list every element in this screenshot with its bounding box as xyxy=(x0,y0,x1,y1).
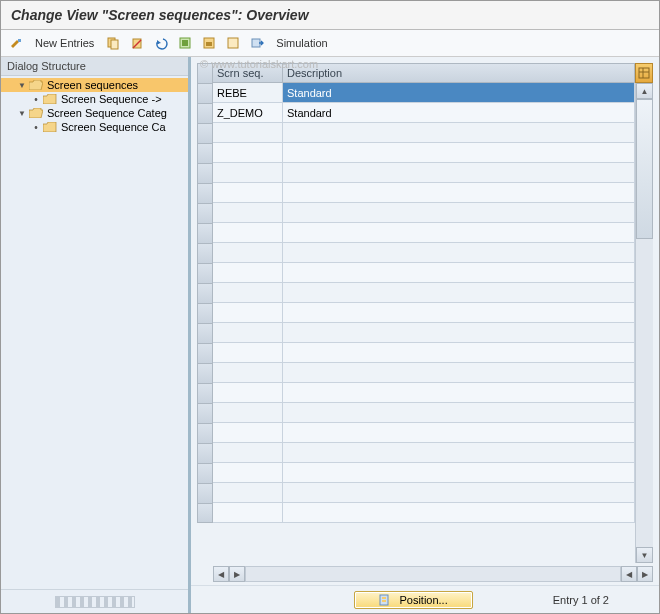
table-cell[interactable] xyxy=(213,383,283,403)
table-cell[interactable] xyxy=(283,183,635,203)
new-entries-button[interactable]: New Entries xyxy=(31,37,98,49)
delete-icon[interactable] xyxy=(128,34,146,52)
row-header[interactable] xyxy=(197,503,213,523)
table-row[interactable] xyxy=(213,323,653,343)
scroll-left-icon[interactable]: ▶ xyxy=(229,566,245,582)
table-cell[interactable] xyxy=(213,503,283,523)
column-header[interactable]: Description xyxy=(283,63,635,83)
table-cell[interactable] xyxy=(213,143,283,163)
row-header[interactable] xyxy=(197,323,213,343)
table-cell[interactable] xyxy=(283,443,635,463)
row-header[interactable] xyxy=(197,303,213,323)
table-row[interactable] xyxy=(213,403,653,423)
table-row[interactable] xyxy=(213,423,653,443)
table-row[interactable] xyxy=(213,343,653,363)
row-header[interactable] xyxy=(197,443,213,463)
tree-item[interactable]: ▼Screen Sequence Categ xyxy=(1,106,188,120)
table-cell[interactable] xyxy=(283,163,635,183)
position-button[interactable]: Position... xyxy=(354,591,472,609)
table-row[interactable] xyxy=(213,283,653,303)
table-row[interactable] xyxy=(213,483,653,503)
table-row[interactable] xyxy=(213,223,653,243)
table-cell[interactable] xyxy=(213,163,283,183)
row-header[interactable] xyxy=(197,403,213,423)
table-row[interactable] xyxy=(213,383,653,403)
table-row[interactable]: REBEStandard xyxy=(213,83,653,103)
row-header[interactable] xyxy=(197,123,213,143)
table-row[interactable] xyxy=(213,263,653,283)
table-cell[interactable] xyxy=(283,483,635,503)
table-cell[interactable] xyxy=(213,303,283,323)
table-cell[interactable]: Standard xyxy=(283,103,635,123)
table-cell[interactable] xyxy=(283,423,635,443)
table-cell[interactable] xyxy=(283,223,635,243)
table-cell[interactable] xyxy=(283,303,635,323)
row-header[interactable] xyxy=(197,243,213,263)
panel-resize-handle[interactable] xyxy=(1,589,188,613)
row-header[interactable] xyxy=(197,263,213,283)
tree-item[interactable]: •Screen Sequence -> xyxy=(1,92,188,106)
table-cell[interactable] xyxy=(283,263,635,283)
table-row[interactable] xyxy=(213,123,653,143)
scroll-first-icon[interactable]: ◀ xyxy=(213,566,229,582)
chevron-down-icon[interactable]: ▼ xyxy=(17,81,27,90)
row-header[interactable] xyxy=(197,203,213,223)
table-cell[interactable] xyxy=(283,343,635,363)
deselect-all-icon[interactable] xyxy=(224,34,242,52)
table-cell[interactable] xyxy=(283,383,635,403)
row-header[interactable] xyxy=(197,143,213,163)
table-cell[interactable] xyxy=(213,343,283,363)
scrollbar-thumb[interactable] xyxy=(636,99,653,239)
row-header[interactable] xyxy=(197,103,213,123)
row-header[interactable] xyxy=(197,463,213,483)
simulation-button[interactable]: Simulation xyxy=(272,37,331,49)
table-row[interactable]: Z_DEMOStandard xyxy=(213,103,653,123)
table-cell[interactable] xyxy=(283,503,635,523)
table-cell[interactable] xyxy=(213,443,283,463)
bullet-icon[interactable]: • xyxy=(31,94,41,105)
table-cell[interactable] xyxy=(213,283,283,303)
table-cell[interactable] xyxy=(213,243,283,263)
row-header[interactable] xyxy=(197,223,213,243)
select-block-icon[interactable] xyxy=(200,34,218,52)
tree-item[interactable]: ▼Screen sequences xyxy=(1,78,188,92)
scroll-down-icon[interactable]: ▼ xyxy=(636,547,653,563)
row-header[interactable] xyxy=(197,283,213,303)
table-cell[interactable] xyxy=(283,143,635,163)
table-cell[interactable] xyxy=(213,123,283,143)
configure-icon[interactable] xyxy=(248,34,266,52)
table-row[interactable] xyxy=(213,363,653,383)
table-cell[interactable] xyxy=(283,243,635,263)
table-cell[interactable]: REBE xyxy=(213,83,283,103)
toggle-display-change-icon[interactable] xyxy=(7,34,25,52)
bullet-icon[interactable]: • xyxy=(31,122,41,133)
table-cell[interactable] xyxy=(283,123,635,143)
table-row[interactable] xyxy=(213,163,653,183)
table-cell[interactable] xyxy=(213,223,283,243)
table-row[interactable] xyxy=(213,463,653,483)
row-header[interactable] xyxy=(197,343,213,363)
column-header[interactable]: Scrn seq. xyxy=(213,63,283,83)
table-cell[interactable] xyxy=(213,403,283,423)
table-cell[interactable] xyxy=(213,463,283,483)
scroll-right-icon[interactable]: ◀ xyxy=(621,566,637,582)
copy-icon[interactable] xyxy=(104,34,122,52)
scroll-up-icon[interactable]: ▲ xyxy=(636,83,653,99)
table-cell[interactable] xyxy=(213,423,283,443)
table-cell[interactable] xyxy=(213,183,283,203)
table-cell[interactable] xyxy=(213,323,283,343)
row-header[interactable] xyxy=(197,83,213,103)
table-settings-icon[interactable] xyxy=(635,63,653,83)
select-all-icon[interactable] xyxy=(176,34,194,52)
table-cell[interactable]: Standard xyxy=(283,83,635,103)
scroll-last-icon[interactable]: ▶ xyxy=(637,566,653,582)
horizontal-scrollbar[interactable] xyxy=(245,566,621,582)
tree-item[interactable]: •Screen Sequence Ca xyxy=(1,120,188,134)
table-cell[interactable] xyxy=(213,483,283,503)
table-row[interactable] xyxy=(213,503,653,523)
table-cell[interactable] xyxy=(283,463,635,483)
row-header[interactable] xyxy=(197,483,213,503)
row-header[interactable] xyxy=(197,363,213,383)
table-cell[interactable] xyxy=(283,363,635,383)
undo-icon[interactable] xyxy=(152,34,170,52)
